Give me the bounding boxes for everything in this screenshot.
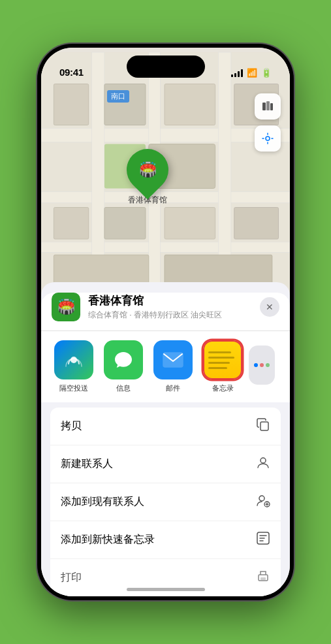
notes-line-4 xyxy=(208,367,227,369)
svg-point-23 xyxy=(71,357,77,363)
svg-rect-31 xyxy=(260,577,266,580)
svg-rect-21 xyxy=(266,101,270,110)
messages-label: 信息 xyxy=(116,383,131,393)
svg-rect-25 xyxy=(260,422,268,430)
home-indicator xyxy=(127,588,205,591)
action-list: 拷贝 新建联系人 xyxy=(50,408,281,596)
print-label: 打印 xyxy=(61,571,82,585)
new-contact-label: 新建联系人 xyxy=(61,457,113,471)
print-icon xyxy=(256,569,270,587)
quick-note-label: 添加到新快速备忘录 xyxy=(61,533,155,547)
share-item-more[interactable] xyxy=(249,346,275,389)
action-new-contact[interactable]: 新建联系人 xyxy=(50,445,281,483)
copy-label: 拷贝 xyxy=(61,419,82,433)
notes-line-1 xyxy=(208,351,231,353)
location-button[interactable] xyxy=(255,125,281,152)
svg-rect-9 xyxy=(165,84,215,125)
bar2 xyxy=(234,73,236,77)
svg-rect-1 xyxy=(41,128,290,142)
notes-icon-wrap xyxy=(203,340,242,379)
svg-rect-22 xyxy=(270,103,273,110)
notes-lines xyxy=(204,346,241,374)
share-item-airdrop[interactable]: 隔空投送 xyxy=(50,340,97,393)
wifi-icon: 📶 xyxy=(247,68,257,78)
signal-bars xyxy=(231,69,243,77)
airdrop-svg xyxy=(63,349,84,370)
svg-rect-3 xyxy=(41,242,290,253)
venue-info: 香港体育馆 综合体育馆 · 香港特别行政区 油尖旺区 xyxy=(88,293,260,321)
bar3 xyxy=(238,71,240,77)
notes-line-3 xyxy=(208,362,230,364)
venue-header: 🏟️ 香港体育馆 综合体育馆 · 香港特别行政区 油尖旺区 ✕ xyxy=(41,293,290,331)
messages-icon-wrap xyxy=(104,340,143,379)
status-icons: 📶 🔋 xyxy=(231,68,272,78)
map-type-button[interactable] xyxy=(255,93,281,120)
action-quick-note[interactable]: 添加到新快速备忘录 xyxy=(50,521,281,559)
phone-screen: 南口 🏟️ 香港体育馆 xyxy=(41,48,290,596)
svg-rect-16 xyxy=(234,208,279,239)
dynamic-island xyxy=(127,56,205,78)
pin-emoji: 🏟️ xyxy=(138,161,156,178)
share-item-notes[interactable]: 备忘录 xyxy=(199,340,246,393)
status-time: 09:41 xyxy=(59,67,84,78)
svg-rect-24 xyxy=(163,353,183,367)
svg-point-26 xyxy=(260,458,266,463)
dot3 xyxy=(266,363,270,367)
venue-pin: 🏟️ 香港体育馆 xyxy=(127,149,168,206)
action-copy[interactable]: 拷贝 xyxy=(50,408,281,445)
notes-line-2 xyxy=(208,357,234,359)
mail-label: 邮件 xyxy=(166,383,180,393)
dot2 xyxy=(260,363,264,367)
svg-rect-14 xyxy=(104,208,146,239)
venue-subtitle: 综合体育馆 · 香港特别行政区 油尖旺区 xyxy=(88,310,260,321)
quick-note-icon xyxy=(256,531,270,549)
svg-rect-20 xyxy=(262,103,266,110)
svg-rect-13 xyxy=(54,208,88,239)
pin-circle: 🏟️ xyxy=(118,140,177,200)
map-entrance-label: 南口 xyxy=(107,90,129,103)
pin-inner: 🏟️ xyxy=(132,154,163,185)
venue-emoji: 🏟️ xyxy=(57,298,75,315)
add-existing-icon xyxy=(256,493,270,511)
more-dots-row-1 xyxy=(254,364,270,366)
svg-rect-15 xyxy=(165,208,215,239)
airdrop-icon-wrap xyxy=(54,340,93,379)
bar4 xyxy=(241,69,243,77)
share-row: 隔空投送 信息 xyxy=(41,331,290,402)
share-item-mail[interactable]: 邮件 xyxy=(150,340,197,393)
messages-svg xyxy=(112,349,134,370)
dot1 xyxy=(254,363,258,367)
mail-icon-wrap xyxy=(153,340,193,379)
add-existing-label: 添加到现有联系人 xyxy=(61,495,144,509)
notes-label: 备忘录 xyxy=(212,383,234,393)
svg-rect-7 xyxy=(54,84,88,125)
action-add-existing[interactable]: 添加到现有联系人 xyxy=(50,483,281,521)
copy-icon xyxy=(256,417,270,435)
map-controls xyxy=(255,93,281,157)
battery-icon: 🔋 xyxy=(261,68,272,78)
venue-name: 香港体育馆 xyxy=(88,293,260,308)
venue-icon: 🏟️ xyxy=(52,293,80,321)
close-button[interactable]: ✕ xyxy=(260,297,279,317)
new-contact-icon xyxy=(256,455,270,473)
bar1 xyxy=(231,74,233,77)
bottom-sheet: 🏟️ 香港体育馆 综合体育馆 · 香港特别行政区 油尖旺区 ✕ xyxy=(41,282,290,596)
airdrop-label: 隔空投送 xyxy=(59,383,88,393)
svg-point-27 xyxy=(259,496,264,501)
share-item-messages[interactable]: 信息 xyxy=(100,340,147,393)
more-icon-wrap xyxy=(249,346,275,385)
mail-svg xyxy=(162,351,184,368)
phone-frame: 南口 🏟️ 香港体育馆 xyxy=(37,44,294,600)
